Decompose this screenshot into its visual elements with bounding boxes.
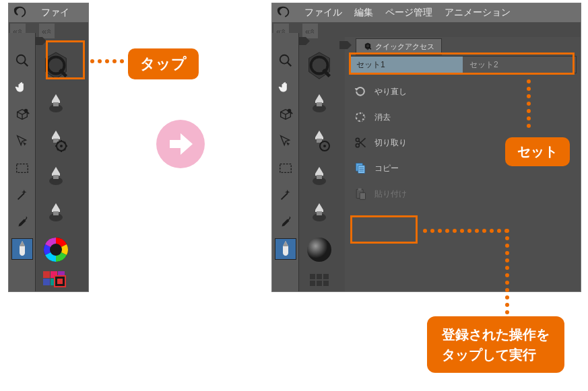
brush-icon-r3[interactable] bbox=[304, 199, 334, 228]
svg-line-35 bbox=[281, 193, 287, 199]
svg-rect-77 bbox=[360, 192, 365, 199]
svg-point-28 bbox=[50, 244, 62, 256]
brush-icon-2[interactable] bbox=[41, 162, 71, 192]
brush-icon-r2[interactable] bbox=[304, 162, 334, 192]
cursor-tool-icon[interactable] bbox=[275, 131, 296, 152]
redo-label: やり直し bbox=[374, 86, 407, 98]
clear-label: 消去 bbox=[374, 112, 391, 123]
wand-tool-icon[interactable] bbox=[275, 184, 296, 206]
brush-settings-icon-r[interactable] bbox=[304, 126, 334, 155]
svg-rect-11 bbox=[53, 102, 59, 106]
svg-point-63 bbox=[358, 120, 360, 122]
svg-line-20 bbox=[64, 149, 65, 150]
dots-connector-copy-h bbox=[423, 229, 509, 233]
svg-rect-76 bbox=[358, 188, 362, 190]
callout-tap: タップ bbox=[128, 48, 199, 79]
svg-point-64 bbox=[356, 117, 358, 119]
svg-rect-51 bbox=[323, 274, 329, 279]
brush-icon-1[interactable] bbox=[41, 90, 71, 119]
pen-tool-icon[interactable] bbox=[11, 238, 33, 260]
quick-access-icon-left[interactable] bbox=[39, 49, 73, 83]
callout-execute-line1: 登録された操作を bbox=[442, 324, 550, 345]
dots-connector-tap bbox=[90, 59, 124, 63]
svg-line-2 bbox=[24, 63, 28, 67]
color-swatches-icon[interactable] bbox=[43, 271, 69, 290]
menu-file[interactable]: ファイル bbox=[304, 7, 342, 19]
quick-access-icon-right[interactable] bbox=[302, 49, 336, 83]
panel-indicator-icon bbox=[34, 37, 46, 46]
cube-tool-icon[interactable] bbox=[275, 104, 296, 125]
gradient-circle-icon[interactable] bbox=[304, 235, 334, 264]
menu-edit[interactable]: 編集 bbox=[354, 7, 373, 19]
set1-tab[interactable]: セット1 bbox=[350, 57, 463, 73]
magnify-tool-icon[interactable] bbox=[11, 50, 33, 71]
cursor-tool-icon[interactable] bbox=[11, 131, 33, 152]
brush-icon-r1[interactable] bbox=[304, 90, 334, 119]
svg-rect-52 bbox=[310, 281, 315, 286]
redo-icon bbox=[353, 84, 368, 99]
magnify-tool-icon[interactable] bbox=[275, 50, 296, 71]
quick-access-tab[interactable]: クイックアクセス bbox=[356, 38, 442, 55]
marquee-tool-icon[interactable] bbox=[275, 157, 296, 179]
hand-tool-icon[interactable] bbox=[11, 77, 33, 98]
panel-indicator-icon-right bbox=[298, 37, 310, 46]
wand-tool-icon[interactable] bbox=[11, 184, 33, 206]
panel-indicator-icon-r bbox=[339, 41, 352, 50]
svg-line-6 bbox=[18, 193, 24, 199]
copy-label: コピー bbox=[374, 163, 399, 174]
callout-execute-line2: タップして実行 bbox=[442, 345, 550, 365]
hand-tool-icon[interactable] bbox=[275, 77, 296, 98]
titlebar-right: ファイル 編集 ページ管理 アニメーション bbox=[272, 3, 581, 22]
titlebar-left: ファイ bbox=[9, 3, 88, 22]
app-logo-icon bbox=[13, 5, 28, 20]
eyedropper-tool-icon[interactable] bbox=[275, 211, 296, 233]
cut-label: 切り取り bbox=[374, 137, 407, 149]
menu-file-partial[interactable]: ファイ bbox=[41, 7, 69, 19]
pen-tool-icon[interactable] bbox=[275, 238, 296, 260]
sub-toolbar-right bbox=[299, 46, 339, 292]
app-logo-icon-right bbox=[276, 5, 291, 20]
svg-point-1 bbox=[16, 55, 25, 64]
menu-animation[interactable]: アニメーション bbox=[445, 7, 511, 19]
set2-label: セット2 bbox=[469, 59, 498, 71]
marquee-tool-icon[interactable] bbox=[11, 157, 33, 179]
svg-point-62 bbox=[362, 118, 364, 120]
chevron-group-right2[interactable]: «« bbox=[302, 24, 318, 38]
sub-toolbar-left bbox=[36, 46, 76, 292]
color-wheel-icon[interactable] bbox=[41, 235, 71, 264]
svg-rect-24 bbox=[53, 175, 59, 179]
action-redo[interactable]: やり直し bbox=[349, 79, 577, 104]
brush-icon-3[interactable] bbox=[41, 199, 71, 228]
eyedropper-tool-icon[interactable] bbox=[11, 211, 33, 233]
svg-rect-5 bbox=[16, 164, 28, 173]
svg-rect-50 bbox=[317, 274, 322, 279]
menu-page[interactable]: ページ管理 bbox=[385, 7, 432, 19]
vertical-toolbar-left bbox=[9, 33, 36, 292]
paste-icon bbox=[353, 186, 368, 201]
panel-tab-bar: クイックアクセス bbox=[356, 37, 581, 56]
set2-tab[interactable]: セット2 bbox=[463, 57, 576, 73]
svg-line-58 bbox=[369, 47, 371, 49]
chevron-group-left2[interactable]: «« bbox=[39, 24, 55, 38]
svg-rect-47 bbox=[317, 211, 322, 215]
svg-point-60 bbox=[360, 112, 362, 114]
grid-icon[interactable] bbox=[307, 271, 331, 292]
set-tabs: セット1 セット2 bbox=[349, 56, 577, 73]
action-clear[interactable]: 消去 bbox=[349, 104, 577, 130]
svg-rect-40 bbox=[317, 102, 322, 106]
set1-label: セット1 bbox=[356, 59, 385, 71]
clear-icon bbox=[353, 110, 368, 125]
copy-icon bbox=[353, 161, 368, 176]
svg-line-21 bbox=[57, 149, 59, 150]
svg-point-61 bbox=[363, 114, 365, 116]
svg-point-65 bbox=[356, 114, 358, 116]
svg-point-14 bbox=[60, 145, 63, 147]
paste-label: 貼り付け bbox=[374, 188, 407, 200]
action-paste[interactable]: 貼り付け bbox=[349, 181, 577, 207]
svg-rect-26 bbox=[53, 211, 59, 215]
brush-settings-icon-1[interactable] bbox=[41, 126, 71, 155]
left-window: ファイ «« «« bbox=[8, 3, 89, 292]
cube-tool-icon[interactable] bbox=[11, 104, 33, 125]
callout-execute: 登録された操作を タップして実行 bbox=[427, 316, 564, 373]
scissors-icon bbox=[353, 135, 368, 150]
